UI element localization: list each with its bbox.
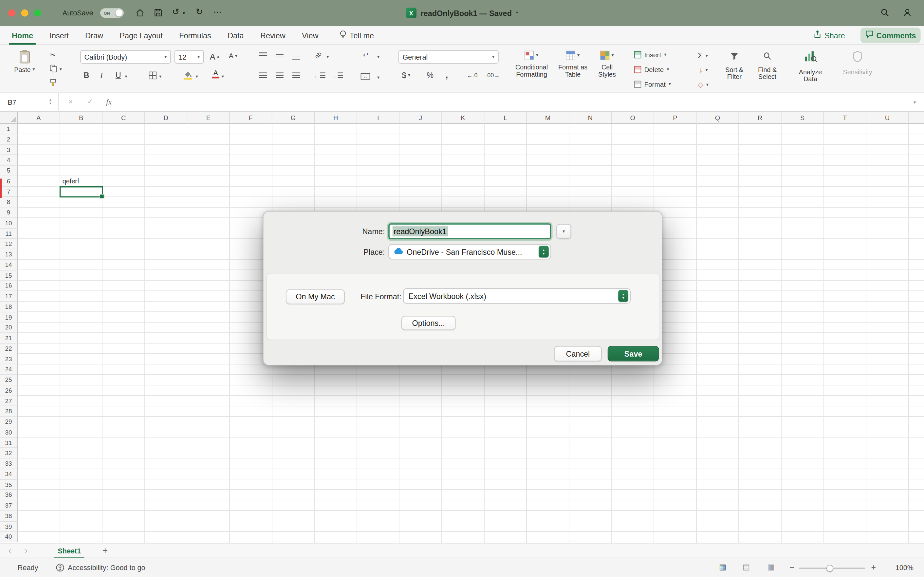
tab-review[interactable]: Review	[260, 31, 285, 40]
autosum-button[interactable]: Σ▾	[698, 52, 708, 60]
format-painter-icon[interactable]	[50, 78, 56, 89]
formula-input[interactable]	[125, 93, 909, 112]
tab-data[interactable]: Data	[227, 31, 244, 40]
formula-cancel-icon[interactable]: ×	[68, 97, 73, 106]
formula-bar-chevron-icon[interactable]: ▾	[914, 100, 916, 105]
redo-icon[interactable]: ↻	[196, 6, 203, 17]
analyze-data-button[interactable]: Analyze Data	[794, 51, 827, 82]
insert-function-button[interactable]: fx	[106, 97, 112, 107]
comma-format-icon[interactable]: ,	[446, 69, 448, 80]
find-select-button[interactable]: Find & Select	[753, 52, 781, 80]
italic-button[interactable]: I	[100, 71, 103, 80]
percent-format-icon[interactable]: %	[427, 71, 433, 80]
font-size-combo[interactable]: 12▾	[174, 50, 204, 63]
paste-button[interactable]: Paste▾	[14, 50, 35, 73]
on-my-mac-button[interactable]: On My Mac	[286, 290, 345, 304]
undo-icon[interactable]: ↺	[172, 6, 180, 17]
window-close-button[interactable]	[8, 10, 15, 17]
format-as-table-button[interactable]: ▾ Format as Table	[556, 51, 589, 78]
undo-chevron-icon[interactable]: ▾	[183, 11, 185, 16]
cancel-button[interactable]: Cancel	[554, 346, 602, 361]
merge-center-chevron-icon[interactable]: ▾	[377, 75, 380, 80]
decrease-indent-icon[interactable]: ←	[314, 73, 325, 79]
merge-center-icon[interactable]: ↔	[361, 73, 370, 80]
zoom-percent[interactable]: 100%	[886, 564, 914, 572]
insert-cells-button[interactable]: Insert▾	[634, 52, 666, 59]
orientation-icon[interactable]: ab	[313, 50, 322, 60]
decrease-font-icon[interactable]: A▾	[229, 52, 237, 60]
underline-chevron-icon[interactable]: ▾	[125, 74, 127, 79]
zoom-out-icon[interactable]: −	[790, 562, 795, 572]
align-center-icon[interactable]	[276, 73, 283, 79]
filename-history-button[interactable]: ▾	[556, 224, 571, 239]
title-chevron-icon[interactable]: ▾	[516, 10, 518, 15]
share-button[interactable]: Share	[810, 28, 848, 43]
tell-me-button[interactable]: Tell me	[340, 30, 374, 41]
account-person-icon[interactable]	[903, 8, 912, 19]
grid-cell[interactable]: qeferf	[60, 176, 103, 187]
add-sheet-icon[interactable]: +	[103, 545, 108, 555]
tab-draw[interactable]: Draw	[85, 31, 103, 40]
align-middle-icon[interactable]	[276, 52, 283, 60]
save-button[interactable]: Save	[608, 346, 659, 361]
wrap-text-chevron-icon[interactable]: ▾	[377, 55, 380, 59]
formula-enter-icon[interactable]: ✓	[87, 97, 93, 105]
font-color-icon[interactable]: A	[212, 69, 219, 78]
font-name-combo[interactable]: Calibri (Body)▾	[80, 50, 171, 63]
comments-button[interactable]: Comments	[860, 28, 921, 43]
normal-view-icon[interactable]: ▦	[719, 562, 726, 571]
wrap-text-icon[interactable]: ↵	[363, 51, 369, 59]
sheet-nav-right-icon[interactable]: ›	[25, 545, 28, 555]
sheet-nav-left-icon[interactable]: ‹	[8, 545, 11, 555]
currency-format-icon[interactable]: $▾	[402, 71, 410, 80]
format-cells-button[interactable]: Format▾	[634, 81, 671, 88]
accessibility-status[interactable]: Accessibility: Good to go	[68, 564, 145, 572]
conditional-formatting-button[interactable]: ▾ Conditional Formatting	[509, 51, 554, 78]
tab-view[interactable]: View	[302, 31, 318, 40]
zoom-in-icon[interactable]: +	[871, 562, 876, 572]
save-icon[interactable]	[154, 8, 163, 19]
tab-page-layout[interactable]: Page Layout	[119, 31, 163, 40]
place-combo[interactable]: OneDrive - San Francisco Muse... ▴▾	[388, 244, 551, 259]
number-format-combo[interactable]: General▾	[398, 50, 499, 63]
delete-cells-button[interactable]: Delete▾	[634, 66, 669, 73]
accessibility-icon[interactable]	[56, 564, 64, 574]
more-toolbar-icon[interactable]: ⋯	[214, 7, 222, 17]
borders-chevron-icon[interactable]: ▾	[159, 74, 161, 79]
zoom-slider-thumb[interactable]	[826, 564, 834, 572]
window-minimize-button[interactable]	[21, 10, 29, 17]
tab-home[interactable]: Home	[12, 31, 33, 40]
bold-button[interactable]: B	[84, 71, 89, 80]
decrease-decimal-icon[interactable]: .00→	[486, 72, 500, 79]
cell-styles-button[interactable]: ▾ Cell Styles	[593, 51, 621, 78]
underline-button[interactable]: U	[116, 71, 121, 80]
home-icon[interactable]	[135, 8, 144, 19]
borders-icon[interactable]	[149, 71, 157, 82]
align-bottom-icon[interactable]	[292, 52, 300, 60]
sort-filter-button[interactable]: Sort & Filter	[720, 52, 749, 80]
font-color-chevron-icon[interactable]: ▾	[222, 74, 224, 79]
align-right-icon[interactable]	[292, 73, 300, 79]
window-zoom-button[interactable]	[34, 10, 41, 17]
tab-insert[interactable]: Insert	[50, 31, 69, 40]
page-break-view-icon[interactable]: ▥	[768, 562, 775, 571]
filename-input[interactable]: readOnlyBook1	[388, 223, 551, 239]
page-layout-view-icon[interactable]: ▤	[743, 562, 750, 571]
orientation-chevron-icon[interactable]: ▾	[327, 55, 329, 59]
active-cell-selection[interactable]	[60, 186, 103, 198]
copy-icon[interactable]	[50, 64, 57, 75]
increase-font-icon[interactable]: A▴	[210, 52, 219, 61]
name-box-stepper-icon[interactable]: ▴▾	[50, 98, 51, 105]
options-button[interactable]: Options...	[401, 316, 456, 330]
increase-decimal-icon[interactable]: ←.0	[467, 72, 478, 79]
tab-formulas[interactable]: Formulas	[179, 31, 211, 40]
increase-indent-icon[interactable]: →	[332, 73, 343, 79]
file-format-combo[interactable]: Excel Workbook (.xlsx) ▴▾	[403, 288, 631, 303]
search-icon[interactable]	[881, 8, 889, 19]
clear-button[interactable]: ◇▾	[698, 81, 708, 89]
cut-icon[interactable]: ✂	[50, 51, 55, 59]
sheet-tab-sheet1[interactable]: Sheet1	[50, 543, 89, 558]
autosave-toggle[interactable]: ON	[100, 8, 124, 18]
fill-color-icon[interactable]	[184, 71, 192, 80]
align-top-icon[interactable]	[259, 52, 267, 60]
